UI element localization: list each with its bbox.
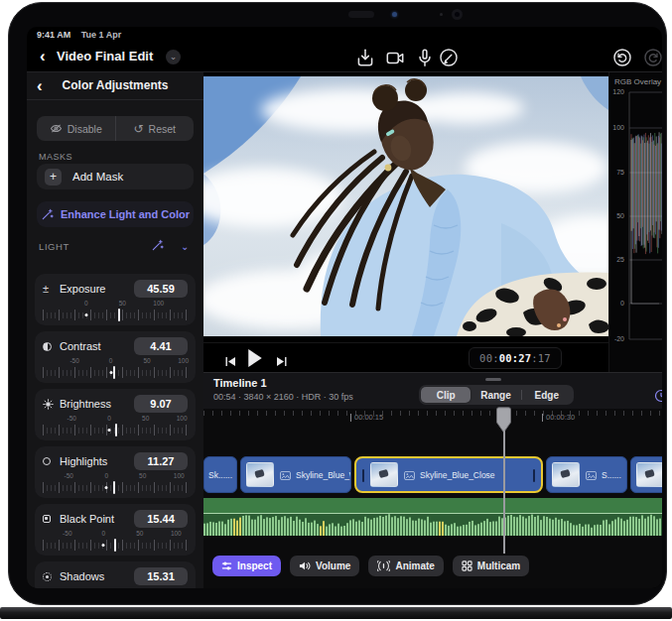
clip-skyline-short[interactable]: S...... (546, 456, 627, 493)
panel-header: ‹ Color Adjustments (27, 72, 203, 100)
keyframe-icon (377, 560, 390, 571)
viewer-video-frame (203, 76, 608, 336)
playhead-handle[interactable] (496, 407, 511, 434)
playhead-line (503, 431, 505, 554)
animate-button[interactable]: Animate (368, 556, 443, 576)
ruler-timestamp: 00:00:15 (350, 413, 383, 422)
slider-black-point: Black Point 15.44 -50050100 (35, 504, 196, 556)
transport-bar: 00:00:27:17 (203, 342, 608, 372)
microphone-icon[interactable] (414, 47, 436, 68)
timeline-name: Timeline 1 (213, 377, 267, 389)
slider-ruler[interactable] (43, 366, 188, 379)
clip-skyline-partial[interactable]: Sk...... (203, 456, 237, 493)
skip-back-icon[interactable] (225, 353, 236, 371)
import-icon[interactable] (354, 47, 376, 68)
enhance-light-color-button[interactable]: Enhance Light and Color (37, 201, 194, 227)
camera-icon[interactable] (384, 47, 406, 68)
slider-value[interactable]: 15.44 (134, 510, 188, 528)
scope-tick: 25 (609, 256, 624, 263)
light-wand-icon[interactable] (151, 239, 164, 254)
slider-value[interactable]: 15.31 (134, 567, 188, 585)
timeline-header: Timeline 1 00:54 · 3840 × 2160 · HDR · 3… (203, 373, 662, 409)
project-title-dropdown-icon[interactable]: ⌄ (166, 50, 181, 64)
color-adjustments-panel: ‹ Color Adjustments Disable ↺ Reset (27, 72, 203, 588)
undo-icon[interactable] (611, 47, 633, 68)
slider-ruler[interactable] (43, 309, 188, 321)
clip-partial-right[interactable] (630, 456, 662, 493)
audio-track[interactable] (203, 498, 662, 536)
slider-ruler[interactable] (43, 481, 188, 494)
slider-ruler[interactable] (43, 424, 188, 436)
play-button[interactable] (247, 349, 263, 371)
black-point-icon (43, 515, 57, 523)
pencil-tool-icon[interactable] (438, 47, 460, 68)
clip-thumbnail (636, 462, 662, 487)
back-chevron-icon[interactable]: ‹ (40, 48, 46, 64)
segment-clip[interactable]: Clip (421, 387, 470, 403)
timeline-meta: 00:54 · 3840 × 2160 · HDR · 30 fps (213, 392, 353, 402)
segment-range[interactable]: Range (470, 387, 520, 403)
slider-value[interactable]: 11.27 (134, 452, 188, 470)
reset-label: Reset (149, 123, 176, 135)
disable-button[interactable]: Disable (37, 116, 115, 141)
status-bar: 9:41 AM Tue 1 Apr (37, 30, 121, 40)
scope-tick: 50 (609, 212, 624, 219)
slider-scale: -50050100 (43, 415, 188, 423)
status-date: Tue 1 Apr (81, 30, 122, 40)
project-title: Video Final Edit (57, 49, 153, 63)
scope-waveform (625, 72, 662, 372)
reset-button[interactable]: ↺ Reset (115, 116, 195, 141)
trim-handle-left[interactable] (362, 469, 364, 482)
add-mask-button[interactable]: + Add Mask (37, 164, 194, 189)
volume-label: Volume (316, 560, 350, 571)
timeline-clock-icon[interactable] (654, 389, 662, 403)
multicam-grid-icon (462, 560, 472, 571)
timeline-panel: Timeline 1 00:54 · 3840 × 2160 · HDR · 3… (203, 372, 662, 588)
contrast-icon (43, 342, 57, 351)
redo-icon[interactable] (642, 47, 662, 68)
light-label: LIGHT (39, 241, 69, 252)
timecode-hours: 00: (479, 352, 499, 364)
rgb-overlay-scope: RGB Overlay 120 100 75 50 25 0 -20 (608, 72, 662, 372)
clip-thumbnail (246, 462, 274, 487)
ruler-timestamp: 00:00:30 (542, 413, 575, 422)
slider-label: Exposure (60, 283, 134, 295)
slider-value[interactable]: 4.41 (134, 337, 188, 355)
clip-skyline-blue-wide[interactable]: Skyline_Blue_Wide (240, 456, 351, 493)
clip-label: Skyline_Blue_Wide (296, 470, 351, 480)
segment-edge[interactable]: Edge (522, 387, 572, 403)
slider-value[interactable]: 45.59 (134, 280, 188, 298)
plus-icon: + (45, 169, 62, 186)
enhance-label: Enhance Light and Color (61, 208, 190, 220)
scope-tick: -20 (609, 335, 624, 342)
slider-label: Highlights (60, 455, 134, 467)
skip-forward-icon[interactable] (276, 353, 287, 371)
light-collapse-chevron-icon[interactable]: ⌄ (181, 241, 190, 252)
slider-scale: -50050100 (43, 530, 188, 538)
slider-exposure: ± Exposure 45.59 050100 (35, 274, 196, 325)
clip-label: Skyline_Blue_Close (420, 470, 495, 480)
timeline-ruler[interactable]: 00:00:15 00:00:30 (203, 411, 662, 431)
volume-button[interactable]: Volume (290, 556, 359, 576)
front-camera-lens (452, 9, 463, 20)
slider-label: Contrast (60, 340, 134, 352)
slider-scale: -50050100 (43, 357, 188, 365)
multicam-button[interactable]: Multicam (453, 556, 529, 576)
slider-brightness: Brightness 9.07 -50050100 (35, 389, 196, 440)
brightness-icon (43, 399, 57, 410)
timecode-display[interactable]: 00:00:27:17 (469, 347, 562, 369)
clip-skyline-blue-close-selected[interactable]: Skyline_Blue_Close (354, 456, 543, 493)
inspect-button[interactable]: Inspect (212, 556, 281, 576)
slider-value[interactable]: 9.07 (134, 395, 188, 413)
drag-handle[interactable] (485, 378, 501, 381)
inspect-sliders-icon (221, 560, 232, 571)
slider-shadows: Shadows 15.31 -50050100 (35, 561, 196, 588)
light-section-header: LIGHT ⌄ (39, 241, 192, 257)
slider-label: Black Point (60, 513, 134, 525)
trim-handle-right[interactable] (533, 469, 535, 482)
status-time: 9:41 AM (37, 30, 70, 40)
shadows-icon (43, 572, 57, 581)
slider-ruler[interactable] (43, 539, 188, 552)
disable-reset-control: Disable ↺ Reset (37, 116, 194, 141)
clip-thumbnail (370, 462, 398, 487)
